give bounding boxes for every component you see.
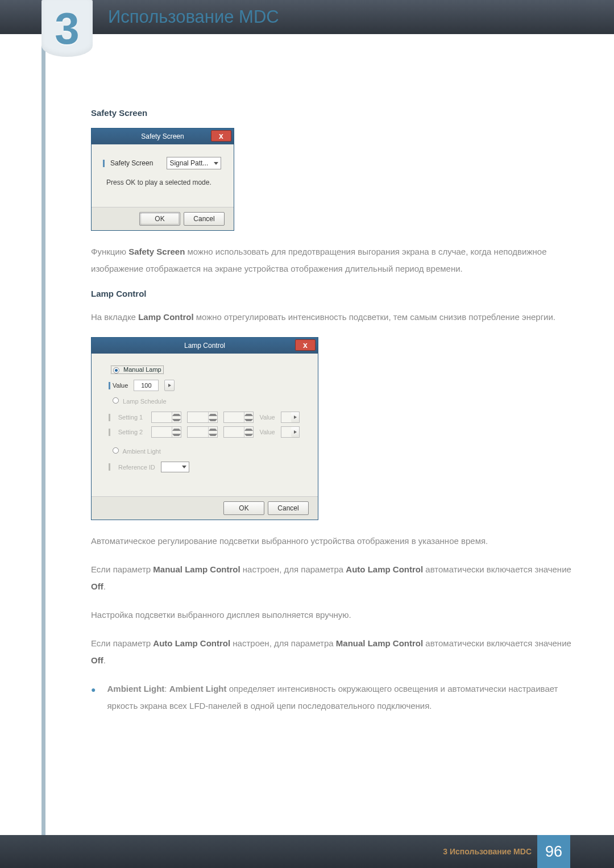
text-bold: Manual Lamp Control [336,638,423,648]
caret-up-icon [172,429,181,431]
auto-adjust-paragraph: Автоматическое регулирование подсветки в… [91,533,574,550]
safety-screen-hint: Press OK to play a selected mode. [106,178,222,186]
header-bar: 3 Использование MDC [0,0,614,34]
reference-label: Reference ID [118,464,155,471]
caret-up-icon [172,414,181,416]
setting-label: Setting 1 [118,414,146,421]
text-bold: Off [91,582,103,591]
auto-lamp-paragraph: Если параметр Auto Lamp Control настроен… [91,635,574,669]
dialog-title: Safety Screen [141,132,184,140]
text-bold: Ambient Light [107,684,164,693]
value-spinner[interactable] [281,426,300,438]
text: . [103,655,106,665]
cancel-button[interactable]: Cancel [268,501,309,515]
close-icon[interactable]: x [211,130,231,142]
bullet-text: Ambient Light: Ambient Light определяет … [107,680,574,715]
caret-down-icon [244,434,253,436]
safety-screen-dropdown[interactable]: Signal Patt... [167,157,221,169]
chapter-number: 3 [55,6,79,51]
reference-id-dropdown[interactable] [161,462,189,472]
value-text: Value [259,414,275,421]
safety-screen-heading: Safety Screen [91,108,574,118]
ok-button[interactable]: OK [139,212,180,226]
ok-label: OK [155,215,164,223]
field-marker-icon [109,382,110,389]
manual-lamp-group: Manual Lamp Value 100 [104,371,305,396]
text-bold: Manual Lamp Control [153,564,240,574]
text-bold: Lamp Control [138,312,194,322]
chapter-title: Использование MDC [108,7,279,27]
dialog-title: Lamp Control [184,342,225,350]
caret-up-icon [209,429,217,431]
hour-spinner[interactable] [151,426,182,438]
reference-id-row: Reference ID [109,462,300,472]
lamp-control-heading: Lamp Control [91,289,574,298]
chevron-down-icon [214,162,218,165]
close-icon[interactable]: x [295,339,316,351]
lamp-schedule-radio[interactable]: Lamp Schedule [111,397,168,405]
chevron-down-icon [182,466,186,468]
caret-down-icon [209,419,217,421]
ambient-light-group: Ambient Light Reference ID [104,452,305,480]
footer-bar: 3 Использование MDC 96 [0,835,614,868]
safety-screen-dialog: Safety Screen x Safety Screen Signal Pat… [91,128,234,231]
text: настроен, для параметра [230,638,336,648]
caret-down-icon [172,419,181,421]
caret-down-icon [172,434,181,436]
text: настроен, для параметра [240,564,346,574]
value-input[interactable]: 100 [134,380,159,391]
field-marker-icon [109,429,110,436]
ampm-spinner[interactable] [223,426,254,438]
radio-on-icon [113,367,119,373]
play-icon [294,430,297,434]
group-title-text: Manual Lamp [123,366,161,373]
play-button[interactable] [164,380,175,391]
caret-down-icon [209,434,217,436]
dialog-title-bar: Lamp Control x [92,338,318,354]
lamp-control-dialog: Lamp Control x Manual Lamp Value 100 [91,337,318,520]
lamp-control-intro: На вкладке Lamp Control можно отрегулиро… [91,309,574,326]
text: автоматически включается значение [423,564,571,574]
caret-up-icon [209,414,217,416]
value-text: Value [259,429,275,435]
value-spinner[interactable] [281,412,300,423]
field-marker-icon [109,463,110,471]
group-title-text: Ambient Light [122,448,160,455]
manual-lamp-paragraph: Если параметр Manual Lamp Control настро… [91,561,574,595]
text: На вкладке [91,312,138,322]
text-bold: Auto Lamp Control [153,638,230,648]
cancel-label: Cancel [277,504,298,512]
field-marker-icon [103,160,105,167]
ambient-light-radio[interactable]: Ambient Light [111,447,163,455]
field-label-text: Safety Screen [110,159,153,167]
cancel-label: Cancel [193,215,214,223]
setting-label: Setting 2 [118,429,146,435]
text: Функцию [91,247,128,256]
text-bold: Ambient Light [169,684,227,693]
ambient-light-bullet: ● Ambient Light: Ambient Light определяе… [91,680,574,715]
setting-2-row: Setting 2 Value [109,426,300,438]
hour-spinner[interactable] [151,412,182,423]
manual-lamp-radio[interactable]: Manual Lamp [111,366,164,374]
ok-button[interactable]: OK [223,501,264,515]
ampm-spinner[interactable] [223,412,254,423]
cancel-button[interactable]: Cancel [184,212,225,226]
page-content: Safety Screen Safety Screen x Safety Scr… [91,108,574,726]
caret-up-icon [244,429,253,431]
dialog-footer: OK Cancel [92,207,234,230]
bullet-icon: ● [91,682,96,715]
text-bold: Auto Lamp Control [346,564,423,574]
setting-1-row: Setting 1 Value [109,412,300,423]
text: Если параметр [91,564,153,574]
minute-spinner[interactable] [187,412,218,423]
dialog-body: Manual Lamp Value 100 Lamp Schedule [92,354,318,496]
text-bold: Off [91,655,103,665]
text-bold: Safety Screen [128,247,185,256]
dialog-title-bar: Safety Screen x [92,128,234,144]
text: : [164,684,169,693]
minute-spinner[interactable] [187,426,218,438]
caret-up-icon [244,414,253,416]
group-title-text: Lamp Schedule [123,398,166,405]
text: . [103,582,106,591]
manual-setting-paragraph: Настройка подсветки выбранного дисплея в… [91,607,574,624]
